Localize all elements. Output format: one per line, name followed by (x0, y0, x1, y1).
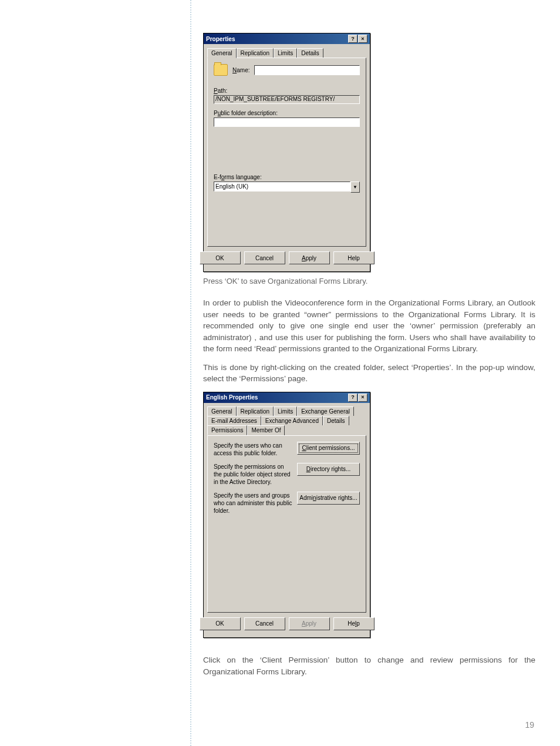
tab-replication-2[interactable]: Replication (237, 406, 274, 416)
client-permissions-button[interactable]: Client permissions... (297, 442, 360, 455)
client-permissions-text: Specify the users who can access this pu… (214, 442, 292, 457)
tab-permissions[interactable]: Permissions (207, 425, 247, 435)
name-input[interactable] (254, 65, 360, 75)
cancel-button[interactable]: Cancel (244, 251, 285, 264)
ok-button-2[interactable]: OK (200, 617, 241, 630)
ok-button[interactable]: OK (200, 251, 241, 264)
chevron-down-icon[interactable]: ▼ (350, 182, 360, 193)
description-input[interactable] (214, 117, 360, 127)
properties-dialog: Properties ? × General Replication Limit… (203, 33, 370, 272)
path-value: /NON_IPM_SUBTREE/EFORMS REGISTRY/ (214, 95, 360, 104)
language-dropdown[interactable]: ▼ (214, 182, 360, 193)
dialog-body: General Replication Limits Details Name:… (204, 44, 370, 271)
path-label: Path: (214, 88, 360, 94)
button-row: OK Cancel Apply Help (207, 247, 366, 268)
directory-rights-text: Specify the permissions on the public fo… (214, 463, 292, 486)
paragraph-3: Click on the ‘Client Permission’ button … (203, 654, 535, 677)
titlebar-2: English Properties ? × (204, 392, 370, 403)
titlebar: Properties ? × (204, 33, 370, 44)
dialog2-body: General Replication Limits Exchange Gene… (204, 403, 370, 637)
folder-icon (214, 64, 228, 76)
english-properties-dialog: English Properties ? × General Replicati… (203, 392, 370, 638)
caption-press-ok: Press ‘OK’ to save Organizational Forms … (203, 277, 535, 285)
tabstrip: General Replication Limits Details (207, 48, 366, 58)
lang-label: E-forms language: (214, 174, 360, 180)
margin-dotted-line (190, 0, 193, 746)
admin-rights-row: Specify the users and groups who can adm… (214, 492, 360, 515)
general-panel: Name: Path: /NON_IPM_SUBTREE/EFORMS REGI… (207, 58, 366, 247)
close-icon[interactable]: × (358, 35, 367, 43)
tabstrip2-row2: E-mail Addresses Exchange Advanced Detai… (207, 416, 366, 435)
titlebar-buttons: ? × (348, 35, 367, 43)
dialog2-title: English Properties (206, 394, 258, 401)
help-button-2[interactable]: Help (333, 617, 375, 630)
button-row-2: OK Cancel Apply Help (207, 613, 366, 634)
tab-details-2[interactable]: Details (323, 416, 349, 425)
titlebar-buttons-2: ? × (348, 394, 367, 402)
apply-button[interactable]: Apply (289, 251, 330, 264)
cancel-button-2[interactable]: Cancel (244, 617, 285, 630)
tabstrip2-row1: General Replication Limits Exchange Gene… (207, 406, 366, 416)
tab-details[interactable]: Details (297, 48, 323, 58)
paragraph-2: This is done by right-clicking on the cr… (203, 362, 535, 385)
tab-exchange-advanced[interactable]: Exchange Advanced (261, 416, 323, 425)
tab-general-2[interactable]: General (207, 406, 237, 416)
tab-email-addresses[interactable]: E-mail Addresses (207, 416, 261, 425)
page-content: Properties ? × General Replication Limit… (203, 33, 535, 684)
apply-button-2: Apply (289, 617, 330, 630)
close-icon[interactable]: × (358, 394, 367, 402)
admin-rights-button[interactable]: Administrative rights... (297, 492, 360, 505)
help-icon[interactable]: ? (348, 35, 357, 43)
tab-general[interactable]: General (207, 48, 237, 58)
tab-limits-2[interactable]: Limits (274, 406, 297, 416)
desc-label: Public folder description: (214, 110, 360, 116)
tab-replication[interactable]: Replication (237, 48, 274, 58)
tab-exchange-general[interactable]: Exchange General (297, 406, 354, 416)
page-number: 19 (525, 720, 534, 730)
client-permissions-row: Specify the users who can access this pu… (214, 442, 360, 457)
tab-limits[interactable]: Limits (274, 48, 297, 58)
admin-rights-text: Specify the users and groups who can adm… (214, 492, 292, 515)
directory-rights-button[interactable]: Directory rights... (297, 463, 360, 476)
help-button[interactable]: Help (333, 251, 375, 264)
name-row: Name: (214, 64, 360, 76)
permissions-panel: Specify the users who can access this pu… (207, 435, 366, 613)
paragraph-1: In order to publish the Videoconference … (203, 297, 535, 355)
help-icon[interactable]: ? (348, 394, 357, 402)
name-label: Name: (232, 67, 249, 73)
dialog-title: Properties (206, 36, 235, 42)
tab-member-of[interactable]: Member Of (247, 425, 285, 435)
directory-rights-row: Specify the permissions on the public fo… (214, 463, 360, 486)
language-value[interactable] (214, 182, 350, 191)
